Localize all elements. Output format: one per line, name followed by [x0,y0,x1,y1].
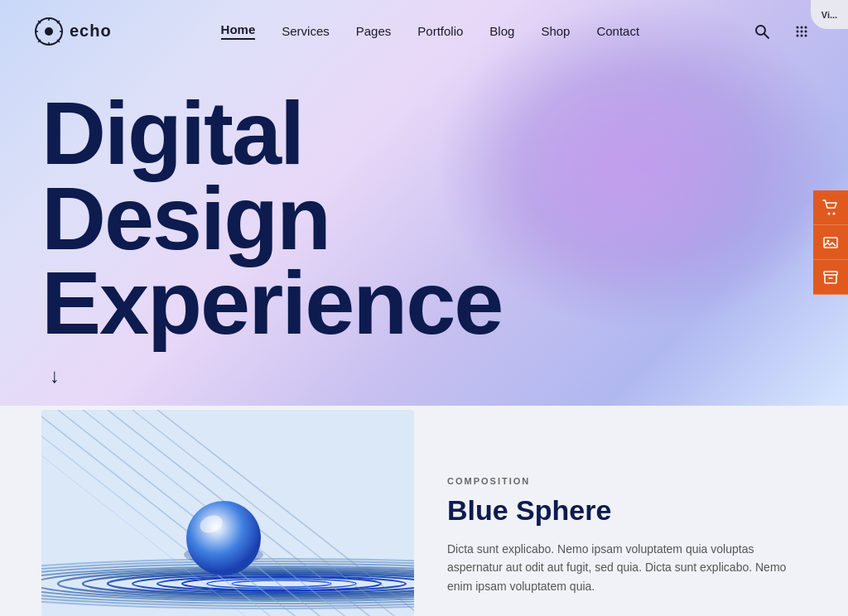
grid-menu-button[interactable] [788,18,815,45]
scroll-down-button[interactable]: ↓ [50,364,60,387]
nav-shop[interactable]: Shop [541,24,570,38]
svg-point-19 [800,34,802,36]
blob-decoration-2 [475,50,765,298]
artwork-category: COMPOSITION [447,476,807,486]
search-button[interactable] [749,18,775,45]
sidebar-actions [813,190,848,295]
nav-portfolio[interactable]: Portfolio [417,24,463,38]
svg-point-14 [804,26,807,28]
artwork-image-container [41,410,414,616]
search-icon [754,23,770,40]
svg-point-17 [804,30,807,32]
hero-title: Digital Design Experience [41,91,502,346]
svg-point-12 [796,26,798,28]
svg-point-49 [827,239,830,242]
svg-point-20 [804,34,807,36]
image-button[interactable] [813,225,848,260]
svg-point-13 [800,26,802,28]
logo[interactable]: echo [33,16,112,47]
image-icon [822,234,839,251]
logo-icon [33,16,65,47]
hero-content: Digital Design Experience [41,91,502,346]
nav-home[interactable]: Home [221,22,256,40]
artwork-svg [41,410,414,616]
artwork-title: Blue Sphere [447,494,807,527]
nav-pages[interactable]: Pages [356,24,392,38]
svg-point-15 [796,30,798,32]
main-nav: Home Services Pages Portfolio Blog Shop … [221,22,640,40]
header: echo Home Services Pages Portfolio Blog … [0,0,848,62]
content-panel: COMPOSITION Blue Sphere Dicta sunt expli… [447,410,807,595]
header-actions [749,18,815,45]
svg-point-44 [186,501,261,575]
svg-line-11 [764,34,768,38]
svg-point-16 [800,30,802,32]
archive-icon [822,269,839,286]
grid-icon [793,23,810,40]
cart-icon [822,200,839,216]
svg-point-9 [45,27,53,36]
svg-point-47 [833,212,836,214]
nav-blog[interactable]: Blog [489,24,514,38]
nav-services[interactable]: Services [282,24,330,38]
svg-rect-50 [824,272,837,275]
nav-contact[interactable]: Contact [596,24,639,38]
archive-button[interactable] [813,260,848,295]
artwork-description: Dicta sunt explicabo. Nemo ipsam volupta… [447,540,807,595]
cart-button[interactable] [813,190,848,225]
svg-point-46 [828,212,831,214]
svg-point-18 [796,34,798,36]
logo-text: echo [70,22,112,41]
